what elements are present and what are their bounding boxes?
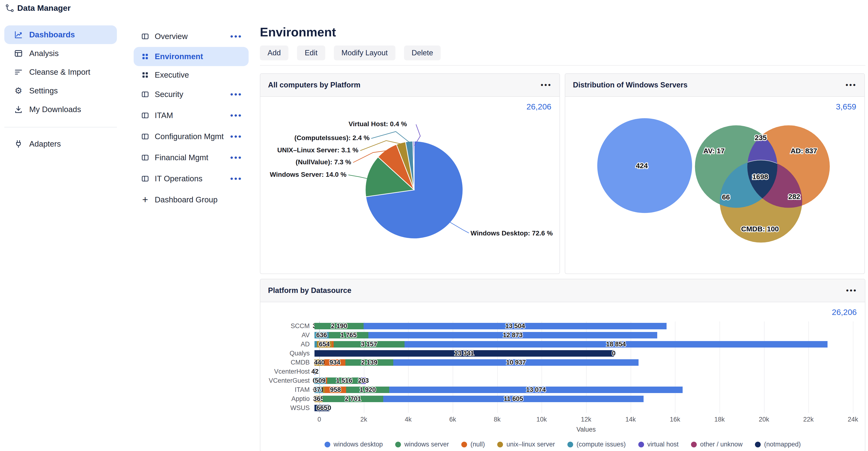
bar-segment[interactable]: 2 190	[314, 323, 364, 329]
legend-item[interactable]: (compute issues)	[567, 441, 626, 448]
card-title: All computers by Platform	[268, 81, 361, 89]
dashboard-nav-item-security[interactable]: Security •••	[134, 84, 249, 105]
card-header: All computers by Platform •••	[260, 74, 559, 97]
bar-category-label: ITAM	[260, 386, 314, 393]
bar-segment[interactable]: 10 937	[393, 359, 639, 366]
bar-segment[interactable]: 1 765	[329, 332, 368, 338]
bar-segment[interactable]: 11 605	[383, 396, 644, 402]
pie-slice-label: (ComputeIssues): 2.4 %	[294, 134, 370, 142]
item-menu-icon[interactable]: •••	[230, 35, 242, 38]
pie-leader-line	[348, 175, 368, 179]
dashboard-nav-item-financial-mgmt[interactable]: Financial Mgmt •••	[134, 147, 249, 168]
x-axis-title: Values	[319, 426, 853, 433]
card-menu-icon[interactable]: •••	[845, 84, 857, 87]
delete-button[interactable]: Delete	[404, 46, 441, 60]
x-axis-tick: 20k	[759, 416, 769, 423]
columns-icon	[141, 111, 150, 120]
bar-category-label: CMDB	[260, 359, 314, 366]
app-title: Data Manager	[17, 3, 71, 13]
add-dashboard-group-button[interactable]: + Dashboard Group	[134, 189, 249, 210]
legend-item[interactable]: unix–linux server	[497, 441, 555, 448]
legend-dot-icon	[755, 442, 761, 447]
total-count[interactable]: 26,206	[832, 307, 857, 317]
bar-segment[interactable]: 665	[314, 405, 329, 411]
bar-segment[interactable]: 440	[314, 359, 324, 366]
total-count[interactable]: 26,206	[526, 102, 551, 111]
bar-segment[interactable]: 13 341	[314, 350, 614, 357]
bar-segment[interactable]: 203	[361, 378, 366, 384]
bar-segment[interactable]	[332, 341, 334, 348]
bar-segment[interactable]: 12 873	[368, 332, 657, 338]
sidebar-item-label: Dashboards	[29, 30, 75, 39]
bar-segment[interactable]: 509	[314, 378, 326, 384]
legend-label: other / unknow	[700, 441, 743, 448]
bar-segment[interactable]	[314, 341, 317, 348]
legend-item[interactable]: virtual host	[638, 441, 679, 448]
dashboard-nav-item-overview[interactable]: Overview •••	[134, 26, 249, 47]
gridline	[853, 322, 854, 413]
pie-slice-label: Virtual Host: 0.4 %	[348, 120, 407, 128]
bar-segment[interactable]: 13 074	[389, 387, 683, 393]
pie-chart: Windows Desktop: 72.6 %Windows Server: 1…	[260, 97, 559, 273]
legend-item[interactable]: (notmapped)	[755, 441, 801, 448]
x-axis-tick: 2k	[360, 416, 367, 423]
bar-segment[interactable]: 654	[317, 341, 332, 348]
pie-slice-label: (NullValue): 7.3 %	[296, 158, 351, 166]
bar-row: VCenterGuest05091 516203	[260, 376, 853, 385]
bar-segment[interactable]: 2 701	[322, 396, 383, 402]
sidebar-item-adapters[interactable]: Adapters	[4, 134, 117, 153]
total-count[interactable]: 3,659	[836, 102, 856, 111]
item-menu-icon[interactable]: •••	[230, 114, 242, 117]
bar-segment[interactable]: 2 139	[345, 359, 393, 366]
bar-segment[interactable]: 636	[314, 332, 329, 338]
item-menu-icon[interactable]: •••	[230, 93, 242, 96]
legend-item[interactable]: (null)	[461, 441, 485, 448]
item-menu-icon[interactable]: •••	[230, 177, 242, 180]
bar-row: ITAM03719581 92013 074	[260, 385, 853, 394]
x-axis-tick: 22k	[803, 416, 814, 423]
bar-track: 4409342 13910 937	[314, 359, 853, 366]
pie-slice-label: Windows Desktop: 72.6 %	[471, 230, 553, 237]
sidebar-item-analysis[interactable]: Analysis	[4, 44, 117, 63]
item-menu-icon[interactable]: •••	[230, 156, 242, 159]
bar-segment[interactable]: 365	[314, 396, 322, 402]
dashboard-nav-item-environment[interactable]: Environment	[134, 47, 249, 66]
dashboard-nav-item-itam[interactable]: ITAM •••	[134, 105, 249, 126]
bar-segment-label: 10 937	[506, 359, 526, 366]
bar-segment[interactable]: 13 504	[364, 323, 666, 329]
venn-label-cmdb: CMDB: 100	[741, 225, 779, 233]
bar-segment[interactable]: 18 854	[405, 341, 828, 348]
bar-segment[interactable]	[323, 387, 325, 393]
card-menu-icon[interactable]: •••	[540, 84, 552, 87]
modify-layout-button[interactable]: Modify Layout	[334, 46, 396, 60]
item-menu-icon[interactable]: •••	[230, 135, 242, 138]
dashboard-nav-item-configuration-mgmt[interactable]: Configuration Mgmt •••	[134, 126, 249, 147]
legend-label: unix–linux server	[506, 441, 555, 448]
bar-segment[interactable]: 42	[314, 368, 315, 375]
sidebar-item-dashboards[interactable]: Dashboards	[4, 25, 117, 44]
bar-category-label: VCenterGuest	[260, 377, 314, 384]
edit-button[interactable]: Edit	[297, 46, 325, 60]
x-axis-tick: 18k	[714, 416, 725, 423]
dashboard-nav-label: Configuration Mgmt	[155, 132, 224, 141]
bar-segment[interactable]: 1 920	[346, 387, 389, 393]
sidebar-item-settings[interactable]: ⚙ Settings	[4, 82, 117, 100]
legend-item[interactable]: windows desktop	[324, 441, 383, 448]
sidebar-item-label: Settings	[29, 86, 58, 95]
dashboard-nav-item-executive[interactable]: Executive	[134, 66, 249, 84]
bar-segment[interactable]: 934	[324, 359, 345, 366]
actions-divider	[260, 65, 865, 66]
sidebar-item-my-downloads[interactable]: My Downloads	[4, 100, 117, 119]
legend-item[interactable]: other / unknow	[691, 441, 743, 448]
bar-segment[interactable]: 958	[325, 387, 346, 393]
bar-segment[interactable]: 371	[314, 387, 323, 393]
dashboard-nav-item-it-operations[interactable]: IT Operations •••	[134, 168, 249, 189]
bar-category-label: Qualys	[260, 350, 314, 357]
bar-row: SCCM32 19013 504	[260, 322, 853, 331]
legend-item[interactable]: windows server	[395, 441, 449, 448]
sidebar-item-cleanse-import[interactable]: Cleanse & Import	[4, 63, 117, 82]
card-menu-icon[interactable]: •••	[846, 289, 857, 292]
add-button[interactable]: Add	[260, 46, 288, 60]
bar-segment[interactable]: 1 516	[327, 378, 361, 384]
bar-segment[interactable]: 3 157	[334, 341, 405, 348]
